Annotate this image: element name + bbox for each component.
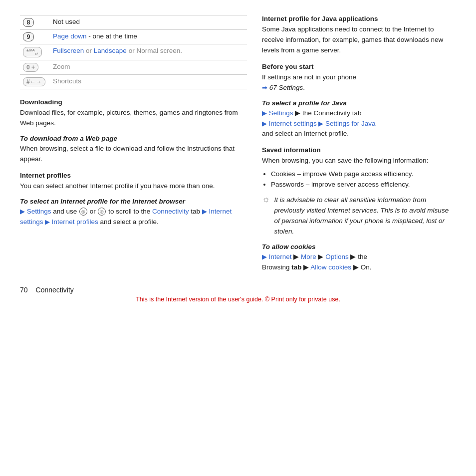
allow-cookies-link: Allow cookies [310,263,351,271]
tab-text: tab [189,208,202,215]
arrow-icon-2: ▶ [202,208,209,215]
scroll-text: to scroll to the [106,208,152,215]
and-use-text: and use [51,208,79,215]
tip-text: It is advisable to clear all sensitive i… [274,195,457,237]
more-link: More [301,253,316,260]
arrow-text5: ▶ [302,263,311,271]
allow-cookies-body: ▶ Internet ▶ More ▶ Options ▶ the Browsi… [262,252,456,273]
table-row: #←→ Shortcuts [20,75,247,89]
on-label: On [361,263,370,271]
fullscreen-link: Fullscreen [53,47,84,54]
settings-link2: Settings [269,109,293,117]
shortcuts-text: Shortcuts [53,77,81,85]
downloading-heading: Downloading [20,98,247,106]
internet-profiles-body: You can select another Internet profile … [20,181,247,192]
right-column: Internet profile for Java applications S… [262,15,456,276]
settings-link: Settings [27,208,51,215]
internet-settings-link2: Internet settings [269,120,317,127]
desc-cell: Zoom [50,60,247,75]
page-number: 70 [20,286,28,294]
java-body: Some Java applications need to connect t… [262,24,456,56]
key-badge-9: 9 [23,32,34,41]
arrow-icon-1: ▶ [20,208,27,215]
key-cell: 8 [20,15,50,30]
landscape-link: Landscape [94,47,127,54]
select-java-body: ▶ Settings ▶ the Connectivity tab ▶ Inte… [262,108,456,140]
key-badge-8: 8 [23,18,34,27]
before-text: If settings are not in your phone [262,73,356,81]
java-heading: Internet profile for Java applications [262,15,456,22]
arrow-text6: ▶ [351,263,361,271]
arrow-settings-icon: ➡ [262,84,269,91]
bullet-text-2: Passwords – improve server access effici… [271,181,410,188]
desc-cell: Shortcuts [50,75,247,89]
internet-profiles-link: Internet profiles [52,218,98,226]
list-item: Passwords – improve server access effici… [271,180,456,190]
bullet-text-1: Cookies – improve Web page access effici… [271,170,413,178]
scroll-right-icon: ◎ [98,208,106,216]
settings-for-java-link: Settings for Java [325,120,376,127]
desc-cell: Not used [50,15,247,30]
internet-link: Internet [269,253,292,260]
download-italic-heading: To download from a Web page [20,135,247,142]
select-end-text: and select an Internet profile. [262,130,349,137]
bullet-list: Cookies – improve Web page access effici… [271,169,456,190]
key-cell: *a/A↵ [20,44,50,60]
key-badge-star: *a/A↵ [23,47,42,57]
arrow-icon-3: ▶ [43,218,52,226]
tip-icon: ☼ [262,194,270,205]
zoom-text: Zoom [53,63,70,70]
select-java-italic: To select a profile for Java [262,99,456,107]
or-text1: or [86,47,94,54]
or-text: or [88,208,98,215]
options-link: Options [325,253,349,260]
table-row: 0 + Zoom [20,60,247,75]
and-select-text: and select a profile. [98,218,159,226]
key-badge-hash: #←→ [23,77,45,86]
key-cell: #←→ [20,75,50,89]
period-ref: . [303,84,305,91]
page: 8 Not used 9 Page down - one at [20,15,456,303]
connectivity-link: Connectivity [152,208,189,215]
main-content: 8 Not used 9 Page down - one at [20,15,456,276]
before-heading: Before you start [262,63,456,70]
or-text2: or [129,47,137,54]
internet-profiles-heading: Internet profiles [20,172,247,179]
list-item: Cookies – improve Web page access effici… [271,169,456,180]
saved-body: When browsing, you can save the followin… [262,156,456,166]
tab-label2: tab [291,263,301,271]
table-row: *a/A↵ Fullscreen or Landscape or Normal … [20,44,247,60]
key-badge-0plus: 0 + [23,63,38,72]
table-row: 8 Not used [20,15,247,30]
arrow-text4: ▶ [349,253,358,260]
arrow-text2: ▶ [291,253,301,260]
page-down-text: - one at the time [88,32,137,40]
normal-screen-link: Normal screen [136,47,180,54]
footer-row: 70 Connectivity [20,286,456,294]
arrow-icon-5: ▶ [262,120,269,127]
key-cell: 9 [20,30,50,44]
footer: 70 Connectivity [20,286,456,294]
period-end: . [370,263,372,271]
tab-label: tab [352,109,362,117]
table-row: 9 Page down - one at the time [20,30,247,44]
tip-box: ☼ It is advisable to clear all sensitive… [262,195,456,237]
allow-cookies-italic: To allow cookies [262,243,456,250]
desc-cell: Fullscreen or Landscape or Normal screen… [50,44,247,60]
arrow-icon-6: ▶ [317,120,325,127]
footer-disclaimer: This is the Internet version of the user… [20,296,456,303]
before-body: If settings are not in your phone ➡ 67 S… [262,72,456,93]
scroll-left-icon: ◎ [79,208,87,216]
settings-ref: 67 Settings [269,84,303,91]
desc-not-used: Not used [53,18,80,25]
key-table: 8 Not used 9 Page down - one at [20,15,247,89]
left-column: 8 Not used 9 Page down - one at [20,15,247,276]
arrow-text3: ▶ [316,253,326,260]
browsing-text: Browsing [262,263,290,271]
arrow-text1: ▶ [293,109,302,117]
select-profile-italic: To select an Internet profile for the In… [20,198,247,205]
the-connectivity-text: the Connectivity [302,109,350,117]
key-cell: 0 + [20,60,50,75]
the-label: the [358,253,367,260]
arrow-icon-7: ▶ [262,253,269,260]
